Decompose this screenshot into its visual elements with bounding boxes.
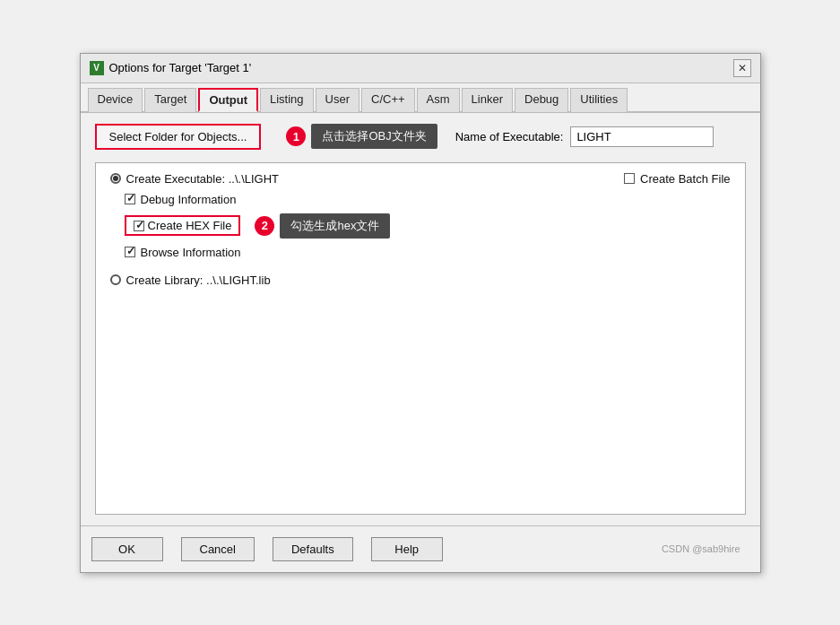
create-executable-radio[interactable] [110, 173, 121, 184]
annotation-1-badge: 1 [286, 126, 306, 146]
options-dialog: V Options for Target 'Target 1' ✕ Device… [80, 53, 761, 573]
annotation-1-tooltip: 点击选择OBJ文件夹 [311, 124, 437, 149]
select-folder-button[interactable]: Select Folder for Objects... [95, 124, 262, 150]
tab-debug[interactable]: Debug [515, 88, 568, 112]
tab-target[interactable]: Target [144, 88, 196, 112]
name-executable-input[interactable] [570, 126, 714, 147]
defaults-button[interactable]: Defaults [273, 537, 353, 561]
tab-linker[interactable]: Linker [462, 88, 513, 112]
close-button[interactable]: ✕ [733, 59, 751, 77]
browse-info-row: Browse Information [125, 246, 731, 259]
ok-button[interactable]: OK [91, 537, 163, 561]
create-batch-checkbox[interactable] [624, 173, 635, 184]
create-batch-label: Create Batch File [640, 172, 730, 186]
create-hex-label: Create HEX File [148, 219, 232, 232]
output-group: Create Executable: ..\.\LIGHT Debug Info… [95, 162, 746, 515]
tab-cpp[interactable]: C/C++ [361, 88, 415, 112]
tab-utilities[interactable]: Utilities [570, 88, 628, 112]
tab-asm[interactable]: Asm [417, 88, 460, 112]
debug-info-checkbox[interactable] [125, 194, 135, 204]
app-icon: V [90, 61, 104, 75]
top-row: Select Folder for Objects... 1 点击选择OBJ文件… [95, 124, 746, 150]
annotation-2-badge: 2 [255, 216, 274, 236]
watermark: CSDN @sab9hire [662, 543, 749, 554]
create-library-label: Create Library: ..\.\LIGHT.lib [126, 273, 271, 287]
tab-user[interactable]: User [316, 88, 359, 112]
help-button[interactable]: Help [371, 537, 443, 561]
annotation-1-row: 1 点击选择OBJ文件夹 [286, 124, 437, 149]
create-batch-row: Create Batch File [624, 172, 730, 186]
create-hex-row: Create HEX File [125, 215, 241, 236]
create-library-radio[interactable] [110, 274, 121, 285]
browse-info-checkbox[interactable] [125, 247, 135, 257]
create-hex-checkbox[interactable] [134, 221, 144, 231]
browse-info-label: Browse Information [141, 246, 241, 259]
main-content: Select Folder for Objects... 1 点击选择OBJ文件… [81, 113, 760, 525]
annotation-2-tooltip: 勾选生成hex文件 [280, 213, 390, 239]
title-bar: V Options for Target 'Target 1' ✕ [81, 54, 760, 83]
tab-device[interactable]: Device [88, 88, 143, 112]
tab-bar: Device Target Output Listing User C/C++ … [81, 83, 760, 113]
tab-output[interactable]: Output [198, 88, 258, 112]
footer: OK Cancel Defaults Help CSDN @sab9hire [81, 525, 760, 572]
name-executable-row: Name of Executable: [455, 126, 746, 147]
tab-listing[interactable]: Listing [260, 88, 314, 112]
debug-info-row: Debug Information [125, 193, 731, 206]
annotation-2-row: 2 勾选生成hex文件 [255, 213, 390, 239]
name-executable-label: Name of Executable: [455, 130, 564, 143]
dialog-title: Options for Target 'Target 1' [109, 61, 252, 74]
create-executable-label: Create Executable: ..\.\LIGHT [126, 172, 280, 186]
create-library-row: Create Library: ..\.\LIGHT.lib [110, 273, 731, 287]
debug-info-label: Debug Information [141, 193, 237, 206]
cancel-button[interactable]: Cancel [181, 537, 255, 561]
